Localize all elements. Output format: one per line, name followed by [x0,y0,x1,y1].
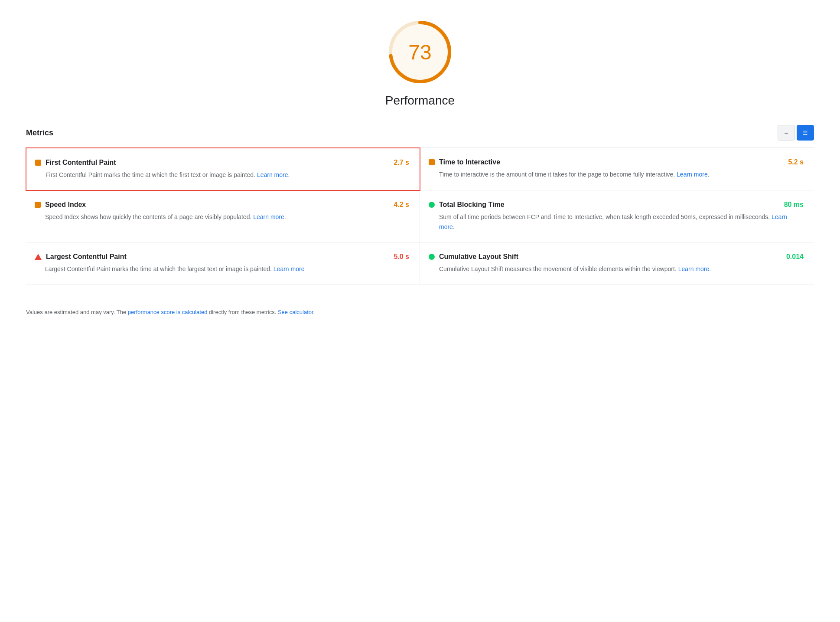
score-circle: 73 [385,17,455,87]
green-circle-icon-tbt [429,202,435,208]
metric-title-row-fcp: First Contentful Paint [35,159,116,167]
metric-header-tti: Time to Interactive 5.2 s [429,158,804,166]
learn-more-link-si[interactable]: Learn more [253,213,284,220]
metric-value-fcp: 2.7 s [394,159,409,167]
list-icon: – [785,130,788,136]
orange-square-icon-fcp [35,160,41,166]
learn-more-link-tbt[interactable]: Learn more [439,213,787,230]
orange-square-icon-si [35,202,41,208]
metric-description-si: Speed Index shows how quickly the conten… [45,212,409,222]
footer-link-calculator[interactable]: performance score is calculated [128,309,208,315]
performance-title: Performance [385,94,455,108]
metric-value-cls: 0.014 [786,253,804,261]
metric-description-cls: Cumulative Layout Shift measures the mov… [439,264,804,274]
metric-name-tbt: Total Blocking Time [439,201,505,209]
view-toggle: – ☰ [778,125,814,141]
metric-name-fcp: First Contentful Paint [46,159,116,167]
metric-name-tti: Time to Interactive [439,158,500,166]
metric-value-si: 4.2 s [394,201,409,209]
metric-title-row-cls: Cumulative Layout Shift [429,253,518,261]
metric-title-row-tti: Time to Interactive [429,158,500,166]
metric-value-tbt: 80 ms [784,201,804,209]
metric-header-tbt: Total Blocking Time 80 ms [429,201,804,209]
metric-title-row-tbt: Total Blocking Time [429,201,505,209]
metric-description-lcp: Largest Contentful Paint marks the time … [45,264,409,274]
metric-card-lcp: Largest Contentful Paint 5.0 s Largest C… [26,242,420,285]
learn-more-link-tti[interactable]: Learn more [677,171,708,178]
metric-value-tti: 5.2 s [788,158,804,166]
metric-description-tbt: Sum of all time periods between FCP and … [439,212,804,232]
metric-header-si: Speed Index 4.2 s [35,201,409,209]
score-value: 73 [408,40,431,64]
metric-title-row-si: Speed Index [35,201,86,209]
footer-text-before: Values are estimated and may vary. The [26,309,128,315]
score-section: 73 Performance [26,17,814,108]
learn-more-link-lcp[interactable]: Learn more [273,265,305,272]
list-view-button[interactable]: – [778,125,795,141]
metric-name-lcp: Largest Contentful Paint [46,253,127,261]
red-triangle-icon-lcp [35,254,42,260]
metrics-label: Metrics [26,128,53,137]
metric-card-cls: Cumulative Layout Shift 0.014 Cumulative… [420,242,814,285]
footer-text-middle: directly from these metrics. [207,309,278,315]
metric-card-tbt: Total Blocking Time 80 ms Sum of all tim… [420,190,814,242]
detail-icon: ☰ [803,130,808,136]
metric-card-tti: Time to Interactive 5.2 s Time to intera… [420,148,814,190]
metric-header-fcp: First Contentful Paint 2.7 s [35,159,409,167]
metric-header-cls: Cumulative Layout Shift 0.014 [429,253,804,261]
footer-link-see-calculator[interactable]: See calculator. [278,309,315,315]
metric-header-lcp: Largest Contentful Paint 5.0 s [35,253,409,261]
metrics-header: Metrics – ☰ [26,125,814,141]
metric-title-row-lcp: Largest Contentful Paint [35,253,127,261]
green-circle-icon-cls [429,254,435,260]
metric-card-fcp: First Contentful Paint 2.7 s First Conte… [26,147,420,191]
metric-name-si: Speed Index [45,201,86,209]
orange-square-icon-tti [429,159,435,165]
metric-card-si: Speed Index 4.2 s Speed Index shows how … [26,190,420,242]
learn-more-link-cls[interactable]: Learn more [678,265,710,272]
learn-more-link-fcp[interactable]: Learn more [257,171,288,178]
footer: Values are estimated and may vary. The p… [26,299,814,317]
metrics-grid: First Contentful Paint 2.7 s First Conte… [26,147,814,285]
detail-view-button[interactable]: ☰ [797,125,814,141]
metric-description-tti: Time to interactive is the amount of tim… [439,170,804,179]
metric-value-lcp: 5.0 s [394,253,409,261]
metric-description-fcp: First Contentful Paint marks the time at… [46,170,409,180]
metric-name-cls: Cumulative Layout Shift [439,253,518,261]
